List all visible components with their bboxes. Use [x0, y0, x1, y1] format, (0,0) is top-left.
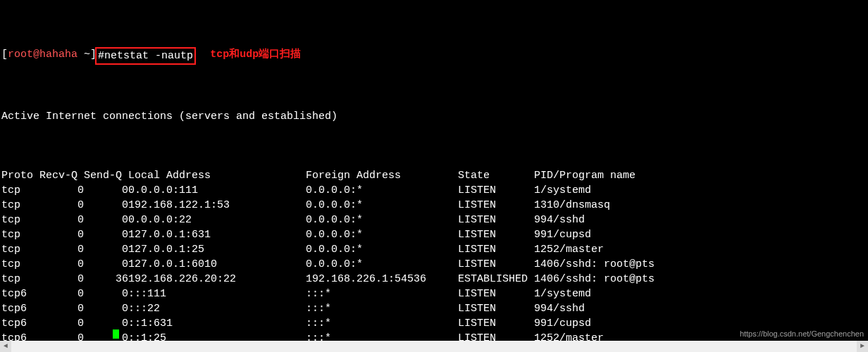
cell-recvq: 0 [39, 287, 84, 301]
cell-local: 192.168.226.20:22 [128, 272, 306, 287]
cell-foreign: 0.0.0.0:* [306, 257, 458, 272]
cell-sendq: 0 [84, 301, 128, 316]
cell-state: LISTEN [458, 257, 534, 272]
table-row: tcp600:::111:::*LISTEN1/systemd [1, 287, 655, 301]
col-local-address: Local Address [128, 168, 306, 183]
prompt-user-host: root@hahaha [8, 47, 78, 62]
cell-state: LISTEN [458, 301, 534, 316]
cell-foreign: 0.0.0.0:* [306, 183, 458, 198]
cell-foreign: 0.0.0.0:* [306, 227, 458, 242]
cell-sendq: 0 [84, 287, 128, 301]
cell-state: LISTEN [458, 198, 534, 213]
cell-recvq: 0 [39, 183, 84, 198]
cell-local: 0.0.0.0:22 [128, 213, 306, 227]
cell-sendq: 0 [84, 183, 128, 198]
watermark: https://blog.csdn.net/Gengchenchen [740, 329, 864, 339]
col-state: State [458, 168, 534, 183]
cell-state: LISTEN [458, 242, 534, 257]
cell-recvq: 0 [39, 316, 84, 331]
table-row: tcp600::1:631:::*LISTEN991/cupsd [1, 316, 655, 331]
cell-sendq: 0 [84, 316, 128, 331]
cell-state: LISTEN [458, 227, 534, 242]
cell-sendq: 36 [84, 272, 128, 287]
netstat-table: Proto Recv-Q Send-Q Local Address Foreig… [1, 168, 655, 352]
cell-proto: tcp6 [1, 287, 39, 301]
table-row: tcp00127.0.0.1:6310.0.0.0:*LISTEN991/cup… [1, 227, 655, 242]
cell-recvq: 0 [39, 272, 84, 287]
cell-proto: tcp [1, 242, 39, 257]
cell-state: LISTEN [458, 287, 534, 301]
cell-pid: 1310/dnsmasq [534, 198, 655, 213]
table-row: tcp000.0.0.0:1110.0.0.0:*LISTEN1/systemd [1, 183, 655, 198]
cell-sendq: 0 [84, 227, 128, 242]
cell-local: 192.168.122.1:53 [128, 198, 306, 213]
cell-proto: tcp [1, 198, 39, 213]
cell-state: LISTEN [458, 316, 534, 331]
cell-recvq: 0 [39, 301, 84, 316]
cell-recvq: 0 [39, 213, 84, 227]
cell-foreign: :::* [306, 301, 458, 316]
terminal-output[interactable]: [root@hahaha ~]#netstat -nautptcp和udp端口扫… [0, 0, 868, 352]
cell-pid: 1406/sshd: root@pts [534, 257, 655, 272]
cell-pid: 994/sshd [534, 213, 655, 227]
prompt-cwd: ~ [78, 47, 90, 62]
prompt-line: [root@hahaha ~]#netstat -nautptcp和udp端口扫… [1, 47, 867, 65]
horizontal-scrollbar[interactable]: ◄ ► [0, 341, 868, 352]
cell-foreign: 0.0.0.0:* [306, 242, 458, 257]
active-connections-header: Active Internet connections (servers and… [1, 109, 867, 124]
cell-pid: 1/systemd [534, 287, 655, 301]
cell-local: :::111 [128, 287, 306, 301]
cell-pid: 1/systemd [534, 183, 655, 198]
cell-proto: tcp [1, 272, 39, 287]
cell-proto: tcp [1, 213, 39, 227]
cell-recvq: 0 [39, 257, 84, 272]
cell-proto: tcp [1, 183, 39, 198]
col-recvq: Recv-Q [39, 168, 84, 183]
cell-sendq: 0 [84, 213, 128, 227]
cell-sendq: 0 [84, 257, 128, 272]
cell-pid: 1406/sshd: root@pts [534, 272, 655, 287]
col-pid-program: PID/Program name [534, 168, 655, 183]
table-row: tcp00127.0.0.1:60100.0.0.0:*LISTEN1406/s… [1, 257, 655, 272]
cell-pid: 991/cupsd [534, 227, 655, 242]
prompt-open-bracket: [ [1, 47, 8, 62]
command-highlight-box: #netstat -nautp [95, 47, 196, 65]
cell-recvq: 0 [39, 227, 84, 242]
table-row: tcp00127.0.0.1:250.0.0.0:*LISTEN1252/mas… [1, 242, 655, 257]
cell-state: LISTEN [458, 183, 534, 198]
cell-pid: 1252/master [534, 242, 655, 257]
scroll-track[interactable] [11, 341, 857, 352]
scroll-left-button[interactable]: ◄ [0, 341, 11, 352]
cell-foreign: :::* [306, 316, 458, 331]
col-sendq: Send-Q [84, 168, 128, 183]
cell-local: ::1:631 [128, 316, 306, 331]
table-row: tcp000.0.0.0:220.0.0.0:*LISTEN994/sshd [1, 213, 655, 227]
annotation-label: tcp和udp端口扫描 [210, 47, 301, 62]
command-text: netstat -nautp [104, 50, 193, 62]
cell-proto: tcp6 [1, 301, 39, 316]
cell-proto: tcp6 [1, 316, 39, 331]
prompt-hash: # [98, 50, 104, 62]
cell-state: LISTEN [458, 213, 534, 227]
cell-foreign: 192.168.226.1:54536 [306, 272, 458, 287]
scroll-right-button[interactable]: ► [857, 341, 868, 352]
cell-foreign: 0.0.0.0:* [306, 213, 458, 227]
cell-local: 127.0.0.1:25 [128, 242, 306, 257]
table-row: tcp600:::22:::*LISTEN994/sshd [1, 301, 655, 316]
cell-proto: tcp [1, 227, 39, 242]
cell-sendq: 0 [84, 242, 128, 257]
cell-pid: 994/sshd [534, 301, 655, 316]
cell-local: 127.0.0.1:631 [128, 227, 306, 242]
cell-foreign: :::* [306, 287, 458, 301]
cell-local: 127.0.0.1:6010 [128, 257, 306, 272]
terminal-cursor [113, 329, 119, 339]
cell-proto: tcp [1, 257, 39, 272]
cell-recvq: 0 [39, 198, 84, 213]
cell-foreign: 0.0.0.0:* [306, 198, 458, 213]
table-row: tcp036192.168.226.20:22192.168.226.1:545… [1, 272, 655, 287]
cell-pid: 991/cupsd [534, 316, 655, 331]
col-proto: Proto [1, 168, 39, 183]
cell-local: :::22 [128, 301, 306, 316]
col-foreign-address: Foreign Address [306, 168, 458, 183]
table-header-row: Proto Recv-Q Send-Q Local Address Foreig… [1, 168, 655, 183]
